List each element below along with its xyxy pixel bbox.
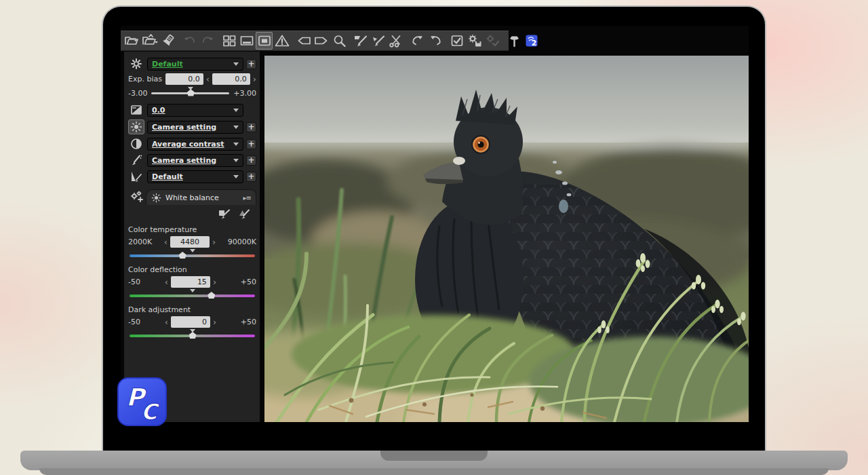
color-deflection-row: -50 ‹ 15 › +50 (128, 276, 256, 288)
warning-triangle-icon (274, 33, 290, 48)
cd-track[interactable] (130, 294, 255, 297)
tag-previous-button[interactable] (295, 32, 312, 50)
spin-left-icon[interactable]: ‹ (165, 278, 168, 286)
full-view-icon (257, 33, 272, 48)
spin-left-icon[interactable]: ‹ (164, 238, 167, 246)
chevron-down-icon (233, 109, 239, 112)
chevron-down-icon (233, 62, 239, 66)
file-manager-button[interactable] (220, 32, 237, 50)
exp-bias-value-2[interactable]: 0.0 (212, 73, 250, 85)
svg-text:2: 2 (531, 39, 536, 48)
undo-button[interactable] (181, 32, 198, 50)
white-balance-value: Camera setting (152, 123, 216, 132)
reset-arrow-icon (190, 249, 195, 252)
spot-wb-icon[interactable] (218, 208, 231, 221)
hammer-icon (507, 33, 521, 48)
spin-right-icon[interactable]: › (212, 238, 216, 246)
preset-pin-button[interactable]: + (246, 59, 256, 69)
da-handle[interactable] (189, 332, 197, 339)
write-settings-button[interactable] (159, 32, 176, 50)
pc-logo-icon: P C (119, 379, 165, 425)
main-toolbar: 2 (121, 31, 509, 51)
gear-save-icon (467, 33, 483, 48)
app-window: 2 Default + Exp. bias 0.0 ‹ 0.0 › -3.00 (121, 26, 749, 422)
grid-view-icon (222, 33, 237, 48)
exp-bias-handle[interactable] (187, 90, 195, 96)
run-pipeline-button[interactable] (505, 32, 522, 50)
gimp-export-icon: 2 (524, 33, 539, 48)
airbrush-icon (128, 153, 144, 167)
spin-left-icon[interactable]: ‹ (165, 318, 168, 326)
color-temperature-slider (128, 251, 256, 261)
reset-arrow-icon (190, 289, 195, 292)
spot-wb-area-icon[interactable] (237, 208, 251, 221)
spin-right-icon[interactable]: › (213, 318, 216, 326)
ct-min: 2000K (128, 238, 152, 246)
spin-right-icon[interactable]: › (213, 278, 216, 286)
ct-track[interactable] (130, 254, 255, 257)
spot-tool-button[interactable] (352, 32, 369, 50)
white-balance-header: White balance ▸≡ (128, 189, 256, 205)
gears-plus-icon (128, 189, 144, 205)
save-settings-button[interactable] (466, 32, 483, 50)
da-value[interactable]: 0 (171, 316, 210, 328)
exp-bias-track[interactable] (151, 92, 229, 94)
white-balance-pin-button[interactable]: + (246, 122, 256, 132)
bottom-panel-button[interactable] (238, 32, 255, 50)
white-balance-select[interactable]: Camera setting (147, 121, 243, 134)
export-gimp-button[interactable]: 2 (523, 32, 540, 50)
pen-tool-button[interactable] (370, 32, 387, 50)
apply-settings-button[interactable] (484, 32, 500, 50)
exposure-clip-icon (128, 103, 144, 117)
scissors-button[interactable] (387, 32, 404, 50)
da-min: -50 (128, 318, 140, 326)
curve-select[interactable]: Default (147, 170, 243, 183)
open-file-button[interactable] (124, 32, 141, 50)
rotate-left-button[interactable] (409, 32, 426, 50)
cd-value[interactable]: 15 (171, 276, 210, 288)
redo-button[interactable] (199, 32, 216, 50)
zoom-button[interactable] (330, 32, 347, 50)
watermark-logo: P C (117, 377, 167, 426)
exp-bias-row: Exp. bias 0.0 ‹ 0.0 › (128, 73, 256, 85)
cd-handle[interactable] (208, 292, 215, 299)
full-preview-button[interactable] (256, 32, 273, 50)
ct-value[interactable]: 4480 (170, 236, 210, 248)
ct-handle[interactable] (179, 252, 186, 259)
spin-right-icon[interactable]: › (253, 75, 256, 83)
exp-bias-label: Exp. bias (128, 75, 163, 83)
dark-adjustment-label: Dark adjustment (128, 305, 256, 314)
tag-next-button[interactable] (313, 32, 330, 50)
brush-pen-icon (370, 33, 387, 48)
dark-adjustment-row: -50 ‹ 0 › +50 (128, 316, 256, 328)
contrast-select[interactable]: Average contrast (147, 138, 243, 151)
contrast-pin-button[interactable]: + (246, 139, 256, 149)
rotate-right-button[interactable] (427, 32, 443, 50)
white-balance-tab[interactable]: White balance ▸≡ (146, 189, 256, 205)
arrow-tag-right-icon (313, 33, 330, 48)
contrast-value: Average contrast (152, 140, 224, 149)
warning-button[interactable] (273, 32, 290, 50)
open-folder-icon (124, 33, 141, 48)
preset-select[interactable]: Default (147, 58, 243, 71)
open-settings-button[interactable] (142, 32, 159, 50)
exp-bias-value-1[interactable]: 0.0 (165, 73, 203, 85)
checkbox-button[interactable] (448, 32, 465, 50)
color-temperature-row: 2000K ‹ 4480 › 90000K (128, 236, 256, 248)
white-balance-title: White balance (165, 193, 219, 202)
sharpen-select[interactable]: Camera setting (147, 154, 243, 167)
checked-box-icon (450, 33, 465, 48)
exp-bias-slider: -3.00 +3.00 (128, 88, 256, 98)
ct-max: 90000K (228, 238, 256, 246)
da-track[interactable] (130, 335, 255, 337)
da-max: +50 (241, 318, 256, 326)
scissors-icon (388, 33, 404, 48)
sharpen-pin-button[interactable]: + (246, 155, 256, 166)
exp-bias-min: -3.00 (128, 89, 147, 98)
clip-select[interactable]: 0.0 (147, 104, 243, 117)
reset-arrow-icon (190, 329, 195, 332)
curve-value: Default (152, 172, 183, 181)
curve-pin-button[interactable]: + (246, 172, 256, 182)
section-menu-icon[interactable]: ▸≡ (243, 194, 251, 202)
spin-left-icon[interactable]: ‹ (206, 75, 210, 83)
